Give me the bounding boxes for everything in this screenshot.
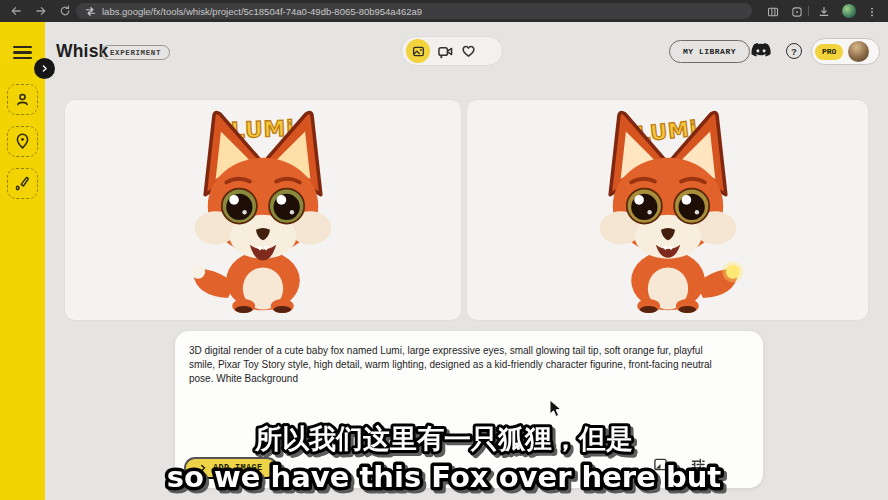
- add-image-button[interactable]: ADD IMAGE: [184, 457, 278, 479]
- discord-icon[interactable]: [751, 42, 771, 62]
- whisk-app-screen: labs.google/fx/tools/whisk/project/5c185…: [0, 0, 888, 500]
- sidebar-item-character[interactable]: [7, 84, 38, 115]
- url-bar[interactable]: labs.google/fx/tools/whisk/project/5c185…: [76, 3, 752, 19]
- generated-image-right[interactable]: LUMi: [467, 100, 868, 320]
- help-icon[interactable]: ?: [786, 43, 802, 59]
- mode-switcher: [401, 36, 503, 66]
- kebab-menu-icon[interactable]: [864, 4, 879, 19]
- site-permissions-icon: [85, 6, 96, 17]
- heart-icon: [461, 44, 476, 58]
- favorites-button[interactable]: [461, 44, 476, 58]
- image-mode-icon: [412, 45, 425, 58]
- avatar: [848, 41, 869, 62]
- reload-icon[interactable]: [57, 3, 73, 19]
- forward-arrow-icon[interactable]: [33, 3, 49, 19]
- aspect-ratio-icon[interactable]: [653, 457, 668, 476]
- prompt-text[interactable]: 3D digital render of a cute baby fox nam…: [189, 344, 723, 387]
- video-mode-button[interactable]: [437, 44, 454, 59]
- toolbar-divider: [808, 6, 809, 16]
- generated-image-left[interactable]: LUMi: [65, 100, 461, 320]
- sidebar: [0, 22, 45, 500]
- browser-avatar[interactable]: [842, 4, 856, 18]
- video-mode-icon: [437, 44, 454, 59]
- side-panel-icon[interactable]: [765, 4, 780, 19]
- collapse-chevron-icon[interactable]: [34, 58, 55, 79]
- account-pill[interactable]: PRO: [811, 38, 880, 65]
- my-library-button[interactable]: MY LIBRARY: [669, 40, 750, 63]
- download-icon[interactable]: [816, 4, 831, 19]
- location-pin-icon: [14, 133, 31, 150]
- tune-icon[interactable]: [690, 457, 706, 476]
- fox-illustration-right: LUMi: [570, 107, 766, 313]
- fox-illustration-left: LUMi: [165, 107, 361, 313]
- browser-chrome: labs.google/fx/tools/whisk/project/5c185…: [0, 0, 888, 22]
- image-mode-button[interactable]: [406, 39, 430, 63]
- prompt-card: 3D digital render of a cute baby fox nam…: [175, 331, 763, 488]
- person-icon: [14, 91, 31, 108]
- sidebar-item-style[interactable]: [7, 168, 38, 199]
- pro-badge: PRO: [815, 44, 843, 60]
- add-chevron-icon: [199, 464, 207, 472]
- url-text: labs.google/fx/tools/whisk/project/5c185…: [102, 6, 422, 17]
- hamburger-icon[interactable]: [13, 46, 32, 59]
- back-arrow-icon[interactable]: [8, 3, 24, 19]
- sidebar-item-scene[interactable]: [7, 126, 38, 157]
- extensions-icon[interactable]: [789, 4, 804, 19]
- draw-edit-icon: [14, 175, 31, 192]
- experiment-badge: EXPERIMENT: [101, 45, 170, 60]
